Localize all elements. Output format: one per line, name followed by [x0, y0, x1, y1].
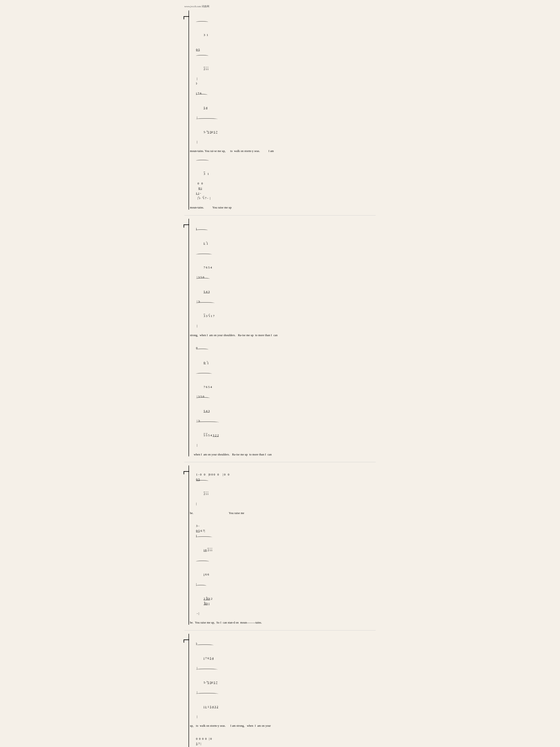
- notes-row-2-1: i i· 7i 7 6 5 4 | 3 5 0 5 4 3 | 3·: [190, 219, 376, 333]
- staff-system-4: ⌐ ĩ· i 7 6 5 4 | 5· 65 50 5 7 | i i· 1 5…: [184, 634, 376, 747]
- lyrics-row-2-1: strong, when I am on your shoulders. Ra-…: [190, 333, 376, 337]
- notes-row-1-1: 3 1 0·5 2 i i | ĩ· i 7 6 5 4 |: [190, 10, 376, 149]
- sys-content-2: i i· 7i 7 6 5 4 | 3 5 0 5 4 3 | 3·: [189, 219, 376, 456]
- notes-row-3-1: 1 - 0 0 |0 0 0 0 | 0 0 0·5 2 i i |: [190, 465, 376, 511]
- lyrics-row-3-2: be. You raise me up, So I can stan-d on …: [190, 621, 376, 625]
- lyrics-row-4-1: up, to walk on storm-y seas. I am strong…: [190, 724, 376, 728]
- notes-row-2-2: 0 0· 7i 7 6 5 4 | 3 5 0 5 4 3 | 3·: [190, 338, 376, 453]
- lyrics-row-1-2: moun-tains. You raise me up: [190, 206, 376, 210]
- sys-bracket-4: ⌐: [184, 634, 189, 747]
- staff-system-1: ⌐ 3 1 0·5 2 i i | ĩ· i 7: [184, 10, 376, 210]
- lyrics-row-2-2: when I am on your shoulders. Ra-ise me u…: [190, 453, 376, 457]
- notes-row-1-2: 3 1 0 0 |0 i i· i - |7i· 2i 7 - |: [190, 154, 376, 206]
- sys-content-4: ĩ· i 7 6 5 4 | 5· 65 50 5 7 | i i· 1 5 4…: [189, 634, 376, 747]
- sys-bracket-2: ⌐: [184, 219, 189, 456]
- staff-system-2: ⌐ i i· 7i 7 6 5 4 | 3 5 0 5 4 3: [184, 219, 376, 456]
- lyrics-row-3-1: be. You raise me: [190, 511, 376, 515]
- section-4: ⌐ ĩ· i 7 6 5 4 | 5· 65 50 5 7 | i i· 1 5…: [184, 634, 376, 747]
- section-3: ⌐ 1 - 0 0 |0 0 0 0 | 0 0 0·5 2 i i | be.…: [184, 465, 376, 625]
- sys-bracket-3: ⌐: [184, 465, 189, 625]
- section-1: ⌐ 3 1 0·5 2 i i | ĩ· i 7: [184, 10, 376, 210]
- notes-row-4-2: 0 0 0 0 | 0 5 7 | i i· 7i 7 6 5 4 |: [190, 729, 376, 747]
- header-left: www.jvcc8.com 词曲网: [184, 5, 209, 8]
- sys-bracket-1: ⌐: [184, 10, 189, 210]
- page-header: www.jvcc8.com 词曲网: [184, 5, 376, 8]
- notes-row-4-1: ĩ· i 7 6 5 4 | 5· 65 50 5 7 | i i· 1 5 4…: [190, 634, 376, 724]
- lyrics-row-1-1: moun-tains. You rai-se me up, to walk on…: [190, 149, 376, 153]
- section-2: ⌐ i i· 7i 7 6 5 4 | 3 5 0 5 4 3: [184, 219, 376, 456]
- sys-content-1: 3 1 0·5 2 i i | ĩ· i 7 6 5 4 |: [189, 10, 376, 210]
- staff-system-3: ⌐ 1 - 0 0 |0 0 0 0 | 0 0 0·5 2 i i | be.…: [184, 465, 376, 625]
- sys-content-3: 1 - 0 0 |0 0 0 0 | 0 0 0·5 2 i i | be. Y…: [189, 465, 376, 625]
- notes-row-3-2: 3 - 0·5 6 7| i i·6 2 i i i 6 6 | 2 3̄2i …: [190, 516, 376, 621]
